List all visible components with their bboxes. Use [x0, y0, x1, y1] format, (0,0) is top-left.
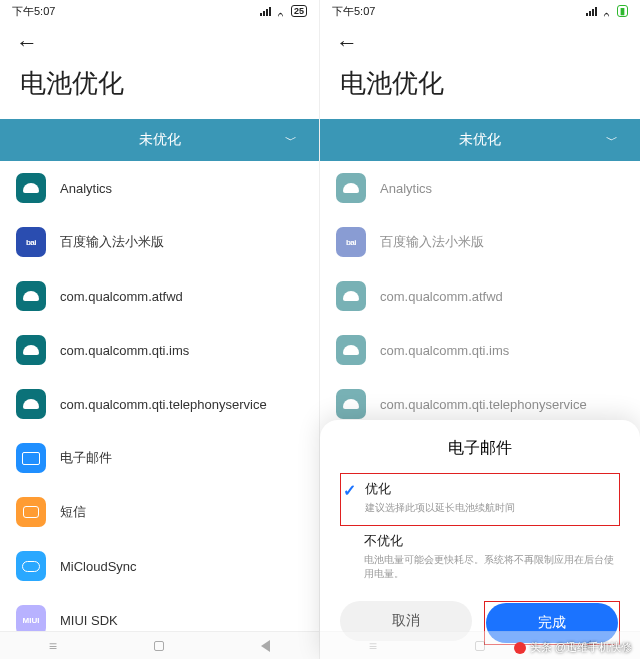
app-row[interactable]: com.qualcomm.qti.ims: [0, 323, 319, 377]
android-icon: [336, 173, 366, 203]
page-title: 电池优化: [320, 56, 640, 119]
watermark: 头条 @迅维手机快修: [514, 640, 632, 655]
status-bar: 下午5:07 ▮: [320, 0, 640, 22]
option-no-optimize-desc: 电池电量可能会更快耗尽。系统将不再限制应用在后台使用电量。: [364, 553, 616, 581]
cloud-icon: [16, 551, 46, 581]
app-name: com.qualcomm.qti.ims: [380, 343, 509, 358]
filter-label: 未优化: [459, 131, 501, 149]
watermark-text: 头条 @迅维手机快修: [530, 640, 632, 655]
chevron-down-icon: ﹀: [285, 132, 297, 149]
battery-indicator: ▮: [617, 5, 628, 17]
battery-indicator: 25: [291, 5, 307, 17]
nav-back-icon[interactable]: [261, 640, 270, 652]
mail-icon: [16, 443, 46, 473]
android-icon: [16, 173, 46, 203]
nav-home-icon[interactable]: [154, 641, 164, 651]
nav-menu-icon[interactable]: ≡: [49, 638, 57, 654]
app-name: com.qualcomm.qti.telephonyservice: [60, 397, 267, 412]
check-icon: ✓: [343, 481, 356, 500]
nav-menu-icon[interactable]: ≡: [369, 638, 377, 654]
signal-icon: [586, 7, 597, 16]
chevron-down-icon: ﹀: [606, 132, 618, 149]
app-name: Analytics: [60, 181, 112, 196]
done-button-label: 完成: [538, 614, 566, 632]
signal-icon: [260, 7, 271, 16]
app-row[interactable]: MiCloudSync: [0, 539, 319, 593]
app-row[interactable]: 短信: [0, 485, 319, 539]
app-row[interactable]: bai百度输入法小米版: [0, 215, 319, 269]
app-list: Analyticsbai百度输入法小米版com.qualcomm.atfwdco…: [0, 161, 319, 659]
filter-dropdown[interactable]: 未优化 ﹀: [0, 119, 319, 161]
filter-label: 未优化: [139, 131, 181, 149]
app-row[interactable]: 电子邮件: [0, 431, 319, 485]
option-optimize-title: 优化: [365, 480, 615, 498]
app-name: 百度输入法小米版: [60, 233, 164, 251]
msg-icon: [16, 497, 46, 527]
nav-bar: ≡: [0, 631, 319, 659]
filter-dropdown[interactable]: 未优化 ﹀: [320, 119, 640, 161]
wifi-icon: [275, 6, 287, 16]
screen-left: 下午5:07 25 ← 电池优化 未优化 ﹀ Analyticsbai百度输入法…: [0, 0, 320, 659]
optimize-dialog: 电子邮件 ✓ 优化 建议选择此项以延长电池续航时间 不优化 电池电量可能会更快耗…: [320, 420, 640, 659]
option-optimize[interactable]: ✓ 优化 建议选择此项以延长电池续航时间: [340, 473, 620, 526]
watermark-icon: [514, 642, 526, 654]
app-row[interactable]: bai百度输入法小米版: [320, 215, 640, 269]
page-title: 电池优化: [0, 56, 319, 119]
status-time: 下午5:07: [332, 4, 375, 19]
app-row[interactable]: com.qualcomm.atfwd: [320, 269, 640, 323]
app-name: 短信: [60, 503, 86, 521]
app-name: com.qualcomm.qti.telephonyservice: [380, 397, 587, 412]
cancel-button-label: 取消: [392, 612, 420, 630]
android-icon: [336, 335, 366, 365]
app-row[interactable]: com.qualcomm.qti.telephonyservice: [0, 377, 319, 431]
android-icon: [16, 281, 46, 311]
nav-home-icon[interactable]: [475, 641, 485, 651]
status-time: 下午5:07: [12, 4, 55, 19]
screen-right: 下午5:07 ▮ ← 电池优化 未优化 ﹀ Analyticsbai百度输入法小…: [320, 0, 640, 659]
app-name: com.qualcomm.atfwd: [60, 289, 183, 304]
app-row[interactable]: Analytics: [320, 161, 640, 215]
app-row[interactable]: Analytics: [0, 161, 319, 215]
app-list: Analyticsbai百度输入法小米版com.qualcomm.atfwdco…: [320, 161, 640, 431]
android-icon: [336, 281, 366, 311]
android-icon: [16, 389, 46, 419]
app-name: com.qualcomm.qti.ims: [60, 343, 189, 358]
app-row[interactable]: com.qualcomm.atfwd: [0, 269, 319, 323]
baidu-icon: bai: [336, 227, 366, 257]
app-name: com.qualcomm.atfwd: [380, 289, 503, 304]
back-button[interactable]: ←: [16, 30, 38, 55]
dialog-title: 电子邮件: [340, 438, 620, 459]
app-name: 百度输入法小米版: [380, 233, 484, 251]
option-optimize-desc: 建议选择此项以延长电池续航时间: [365, 501, 615, 515]
app-name: 电子邮件: [60, 449, 112, 467]
android-icon: [336, 389, 366, 419]
option-no-optimize-title: 不优化: [364, 532, 616, 550]
back-button[interactable]: ←: [336, 30, 358, 55]
option-no-optimize[interactable]: 不优化 电池电量可能会更快耗尽。系统将不再限制应用在后台使用电量。: [340, 526, 620, 591]
baidu-icon: bai: [16, 227, 46, 257]
app-name: MIUI SDK: [60, 613, 118, 628]
app-row[interactable]: com.qualcomm.qti.ims: [320, 323, 640, 377]
app-name: MiCloudSync: [60, 559, 137, 574]
wifi-icon: [601, 6, 613, 16]
status-bar: 下午5:07 25: [0, 0, 319, 22]
android-icon: [16, 335, 46, 365]
app-name: Analytics: [380, 181, 432, 196]
